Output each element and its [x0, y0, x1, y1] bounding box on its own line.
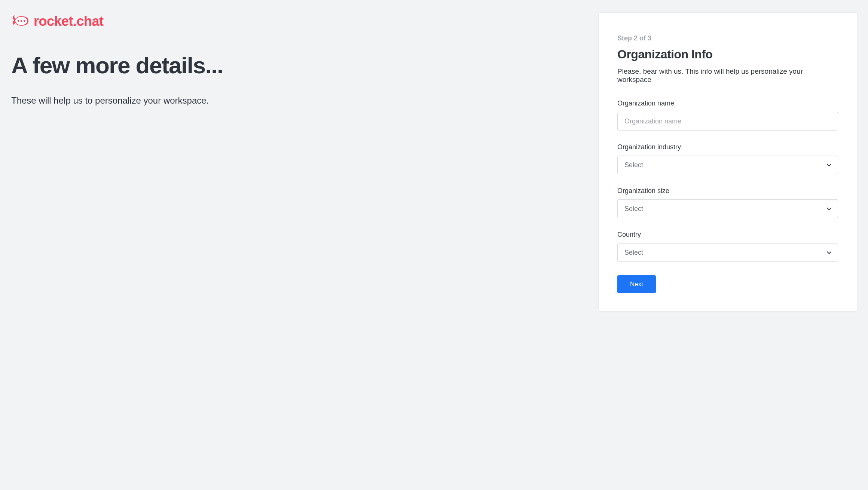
country-selected: Select — [624, 249, 643, 257]
field-organization-size: Organization size Select — [617, 187, 838, 218]
next-button[interactable]: Next — [617, 275, 656, 293]
field-organization-industry: Organization industry Select — [617, 143, 838, 174]
org-industry-label: Organization industry — [617, 143, 838, 151]
org-industry-selected: Select — [624, 161, 643, 169]
country-label: Country — [617, 231, 838, 239]
org-size-select[interactable]: Select — [617, 199, 838, 218]
org-industry-select[interactable]: Select — [617, 156, 838, 174]
right-panel: Step 2 of 3 Organization Info Please, be… — [599, 0, 868, 490]
step-indicator: Step 2 of 3 — [617, 34, 838, 42]
org-name-input[interactable] — [617, 112, 838, 131]
org-size-selected: Select — [624, 205, 643, 213]
brand-logo: rocket.chat — [11, 13, 584, 29]
page-headline: A few more details... — [11, 53, 584, 77]
form-card: Step 2 of 3 Organization Info Please, be… — [599, 13, 857, 311]
field-organization-name: Organization name — [617, 99, 838, 131]
org-size-label: Organization size — [617, 187, 838, 195]
country-select[interactable]: Select — [617, 243, 838, 262]
page-subheadline: These will help us to personalize your w… — [11, 95, 584, 106]
svg-point-3 — [24, 20, 25, 22]
brand-name: rocket.chat — [34, 13, 104, 29]
form-subtitle: Please, bear with us. This info will hel… — [617, 67, 838, 84]
field-country: Country Select — [617, 231, 838, 262]
svg-point-1 — [18, 20, 19, 22]
form-title: Organization Info — [617, 48, 838, 61]
rocketchat-icon — [11, 13, 30, 29]
svg-point-2 — [21, 20, 22, 22]
org-name-label: Organization name — [617, 99, 838, 107]
left-panel: rocket.chat A few more details... These … — [0, 0, 599, 490]
